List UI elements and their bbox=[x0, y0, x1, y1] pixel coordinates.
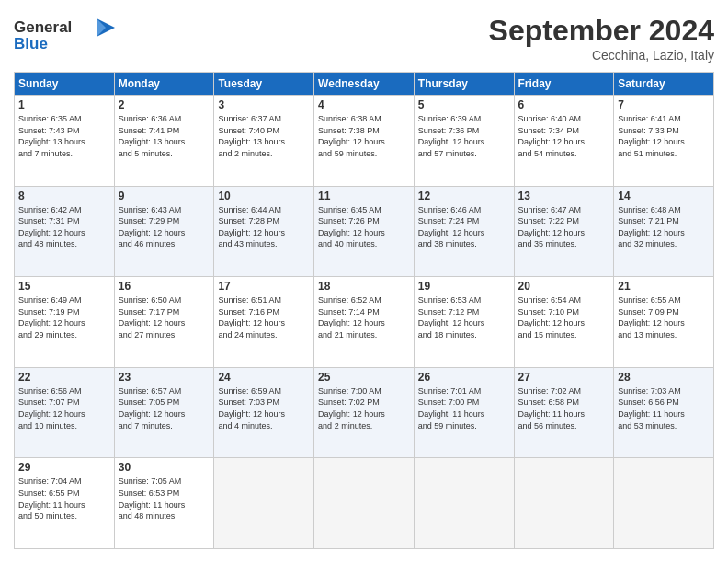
month-title: September 2024 bbox=[489, 14, 714, 48]
table-row: 20Sunrise: 6:54 AM Sunset: 7:10 PM Dayli… bbox=[514, 277, 614, 368]
page: General Blue September 2024 Cecchina, La… bbox=[0, 0, 728, 563]
table-row: 29Sunrise: 7:04 AM Sunset: 6:55 PM Dayli… bbox=[15, 458, 115, 549]
day-info: Sunrise: 6:59 AM Sunset: 7:03 PM Dayligh… bbox=[218, 385, 310, 431]
day-info: Sunrise: 6:45 AM Sunset: 7:26 PM Dayligh… bbox=[318, 204, 410, 250]
day-number: 30 bbox=[119, 461, 210, 474]
day-info: Sunrise: 6:55 AM Sunset: 7:09 PM Dayligh… bbox=[618, 294, 710, 340]
day-info: Sunrise: 6:44 AM Sunset: 7:28 PM Dayligh… bbox=[218, 204, 310, 250]
svg-text:General: General bbox=[14, 18, 72, 36]
table-row bbox=[214, 458, 314, 549]
svg-text:Blue: Blue bbox=[14, 35, 48, 52]
day-number: 28 bbox=[618, 371, 710, 384]
table-row: 24Sunrise: 6:59 AM Sunset: 7:03 PM Dayli… bbox=[214, 367, 314, 458]
table-row: 9Sunrise: 6:43 AM Sunset: 7:29 PM Daylig… bbox=[114, 186, 214, 277]
calendar-week-row: 1Sunrise: 6:35 AM Sunset: 7:43 PM Daylig… bbox=[15, 96, 714, 187]
header-sunday: Sunday bbox=[15, 73, 115, 96]
header-thursday: Thursday bbox=[414, 73, 514, 96]
table-row: 28Sunrise: 7:03 AM Sunset: 6:56 PM Dayli… bbox=[614, 367, 714, 458]
day-number: 16 bbox=[119, 280, 210, 293]
table-row: 17Sunrise: 6:51 AM Sunset: 7:16 PM Dayli… bbox=[214, 277, 314, 368]
day-info: Sunrise: 7:03 AM Sunset: 6:56 PM Dayligh… bbox=[618, 385, 710, 431]
table-row: 8Sunrise: 6:42 AM Sunset: 7:31 PM Daylig… bbox=[15, 186, 115, 277]
day-info: Sunrise: 7:01 AM Sunset: 7:00 PM Dayligh… bbox=[418, 385, 510, 431]
table-row bbox=[614, 458, 714, 549]
day-number: 12 bbox=[418, 190, 510, 202]
table-row bbox=[414, 458, 514, 549]
day-info: Sunrise: 6:57 AM Sunset: 7:05 PM Dayligh… bbox=[119, 385, 210, 431]
table-row: 12Sunrise: 6:46 AM Sunset: 7:24 PM Dayli… bbox=[414, 186, 514, 277]
day-number: 5 bbox=[418, 98, 510, 111]
day-number: 24 bbox=[218, 371, 310, 384]
day-info: Sunrise: 7:00 AM Sunset: 7:02 PM Dayligh… bbox=[318, 385, 410, 431]
calendar-header-row: Sunday Monday Tuesday Wednesday Thursday… bbox=[15, 73, 714, 96]
header-saturday: Saturday bbox=[614, 73, 714, 96]
day-info: Sunrise: 6:47 AM Sunset: 7:22 PM Dayligh… bbox=[518, 204, 610, 250]
header-friday: Friday bbox=[514, 73, 614, 96]
day-number: 27 bbox=[518, 371, 610, 384]
day-number: 10 bbox=[218, 190, 310, 202]
day-number: 6 bbox=[518, 98, 610, 111]
day-info: Sunrise: 6:37 AM Sunset: 7:40 PM Dayligh… bbox=[218, 113, 310, 159]
calendar-week-row: 8Sunrise: 6:42 AM Sunset: 7:31 PM Daylig… bbox=[15, 186, 714, 277]
day-info: Sunrise: 6:43 AM Sunset: 7:29 PM Dayligh… bbox=[119, 204, 210, 250]
day-info: Sunrise: 6:52 AM Sunset: 7:14 PM Dayligh… bbox=[318, 294, 410, 340]
day-number: 26 bbox=[418, 371, 510, 384]
day-info: Sunrise: 6:51 AM Sunset: 7:16 PM Dayligh… bbox=[218, 294, 310, 340]
header: General Blue September 2024 Cecchina, La… bbox=[14, 14, 714, 63]
day-info: Sunrise: 6:35 AM Sunset: 7:43 PM Dayligh… bbox=[18, 113, 110, 159]
day-number: 15 bbox=[18, 280, 110, 293]
day-info: Sunrise: 6:53 AM Sunset: 7:12 PM Dayligh… bbox=[418, 294, 510, 340]
day-number: 13 bbox=[518, 190, 610, 202]
header-monday: Monday bbox=[114, 73, 214, 96]
table-row: 11Sunrise: 6:45 AM Sunset: 7:26 PM Dayli… bbox=[314, 186, 415, 277]
table-row: 23Sunrise: 6:57 AM Sunset: 7:05 PM Dayli… bbox=[114, 367, 214, 458]
day-number: 20 bbox=[518, 280, 610, 293]
table-row: 5Sunrise: 6:39 AM Sunset: 7:36 PM Daylig… bbox=[414, 96, 514, 187]
table-row: 14Sunrise: 6:48 AM Sunset: 7:21 PM Dayli… bbox=[614, 186, 714, 277]
calendar-table: Sunday Monday Tuesday Wednesday Thursday… bbox=[14, 72, 714, 549]
day-number: 19 bbox=[418, 280, 510, 293]
table-row: 4Sunrise: 6:38 AM Sunset: 7:38 PM Daylig… bbox=[314, 96, 415, 187]
day-number: 2 bbox=[119, 98, 210, 111]
table-row bbox=[514, 458, 614, 549]
table-row: 13Sunrise: 6:47 AM Sunset: 7:22 PM Dayli… bbox=[514, 186, 614, 277]
header-tuesday: Tuesday bbox=[214, 73, 314, 96]
day-info: Sunrise: 6:49 AM Sunset: 7:19 PM Dayligh… bbox=[18, 294, 110, 340]
day-number: 14 bbox=[618, 190, 710, 202]
day-number: 17 bbox=[218, 280, 310, 293]
day-info: Sunrise: 6:40 AM Sunset: 7:34 PM Dayligh… bbox=[518, 113, 610, 159]
table-row: 7Sunrise: 6:41 AM Sunset: 7:33 PM Daylig… bbox=[614, 96, 714, 187]
day-info: Sunrise: 6:42 AM Sunset: 7:31 PM Dayligh… bbox=[18, 204, 110, 250]
day-info: Sunrise: 7:02 AM Sunset: 6:58 PM Dayligh… bbox=[518, 385, 610, 431]
day-info: Sunrise: 6:39 AM Sunset: 7:36 PM Dayligh… bbox=[418, 113, 510, 159]
day-number: 3 bbox=[218, 98, 310, 111]
day-number: 29 bbox=[18, 461, 110, 474]
day-number: 8 bbox=[18, 190, 110, 202]
day-info: Sunrise: 7:04 AM Sunset: 6:55 PM Dayligh… bbox=[18, 476, 110, 522]
day-number: 18 bbox=[318, 280, 410, 293]
table-row: 10Sunrise: 6:44 AM Sunset: 7:28 PM Dayli… bbox=[214, 186, 314, 277]
table-row: 16Sunrise: 6:50 AM Sunset: 7:17 PM Dayli… bbox=[114, 277, 214, 368]
day-number: 21 bbox=[618, 280, 710, 293]
logo: General Blue bbox=[14, 14, 115, 59]
day-info: Sunrise: 6:36 AM Sunset: 7:41 PM Dayligh… bbox=[119, 113, 210, 159]
location: Cecchina, Lazio, Italy bbox=[489, 48, 714, 63]
day-info: Sunrise: 7:05 AM Sunset: 6:53 PM Dayligh… bbox=[119, 476, 210, 522]
header-wednesday: Wednesday bbox=[314, 73, 415, 96]
logo-text: General Blue bbox=[14, 14, 115, 59]
calendar-week-row: 22Sunrise: 6:56 AM Sunset: 7:07 PM Dayli… bbox=[15, 367, 714, 458]
day-info: Sunrise: 6:54 AM Sunset: 7:10 PM Dayligh… bbox=[518, 294, 610, 340]
day-info: Sunrise: 6:38 AM Sunset: 7:38 PM Dayligh… bbox=[318, 113, 410, 159]
table-row: 2Sunrise: 6:36 AM Sunset: 7:41 PM Daylig… bbox=[114, 96, 214, 187]
day-number: 4 bbox=[318, 98, 410, 111]
table-row: 18Sunrise: 6:52 AM Sunset: 7:14 PM Dayli… bbox=[314, 277, 415, 368]
day-number: 7 bbox=[618, 98, 710, 111]
table-row bbox=[314, 458, 415, 549]
day-info: Sunrise: 6:50 AM Sunset: 7:17 PM Dayligh… bbox=[119, 294, 210, 340]
calendar-week-row: 29Sunrise: 7:04 AM Sunset: 6:55 PM Dayli… bbox=[15, 458, 714, 549]
day-info: Sunrise: 6:56 AM Sunset: 7:07 PM Dayligh… bbox=[18, 385, 110, 431]
day-number: 22 bbox=[18, 371, 110, 384]
day-number: 23 bbox=[119, 371, 210, 384]
table-row: 3Sunrise: 6:37 AM Sunset: 7:40 PM Daylig… bbox=[214, 96, 314, 187]
day-info: Sunrise: 6:48 AM Sunset: 7:21 PM Dayligh… bbox=[618, 204, 710, 250]
